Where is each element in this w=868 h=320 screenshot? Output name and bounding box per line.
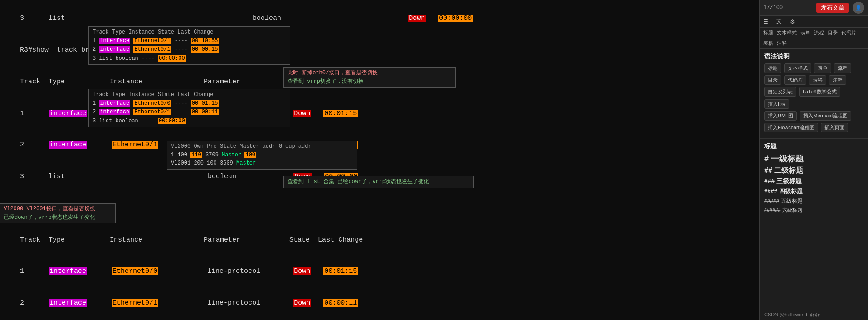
line-text: 1	[20, 110, 49, 117]
grammar-row-5: 插入Flowchart流程图 插入页面	[764, 123, 863, 132]
overlay-line: Vl2000 Own Pre State Master addr Group a…	[171, 142, 353, 151]
overlay-line: 3 list boolean ---- 00:00:00	[93, 117, 286, 126]
avatar: 👤	[853, 2, 864, 14]
line-text	[426, 15, 438, 22]
terminal-line: 2 interface Ethernet0/1 line-protocol Do…	[4, 287, 756, 319]
instance-badge: Ethernet0/0	[112, 267, 158, 275]
sidebar-toolbar-row-2: 标题 文本样式 表单 流程 目录 代码片 表格 注释	[760, 28, 868, 49]
sidebar: 17/100 发布文章 👤 ☰ 文 ⚙ 标题 文本样式 表单 流程 目录 代码片…	[759, 0, 868, 320]
overlay-line: 已经down了，vrrp状态也发生了变化	[4, 213, 112, 222]
overlay-track-brief-2: Track Type Instance State Last_Change 1 …	[88, 89, 290, 127]
line-text	[87, 299, 112, 307]
toolbar-item-title[interactable]: 标题	[763, 29, 773, 36]
grammar-btn-uml[interactable]: 插入UML图	[764, 111, 797, 121]
line-text: 1	[20, 267, 49, 275]
state-down-badge: Down	[408, 15, 426, 22]
grammar-btn-latex[interactable]: LaTeX数学公式	[799, 87, 840, 97]
line-text: Track Type Instance Parameter State Last…	[20, 236, 363, 244]
grammar-btn-note[interactable]: 注释	[829, 75, 846, 85]
toolbar-text-icon[interactable]: 文	[776, 18, 782, 25]
overlay-line: 1 interface Ethernet0/1 ---- 00:10:55	[93, 37, 286, 45]
grammar-btn-custom-list[interactable]: 自定义列表	[764, 87, 796, 97]
time-badge: 00:01:15	[323, 267, 358, 275]
line-text	[311, 299, 323, 307]
grammar-btn-title[interactable]: 标题	[764, 63, 781, 73]
terminal-area: 3 list boolean Down 00:00:00 R3#show tra…	[0, 0, 759, 320]
overlay-vrrp-brief: Vl2000 Own Pre State Master addr Group a…	[167, 141, 357, 170]
state-down-badge: Down	[293, 267, 311, 275]
toolbar-item-style[interactable]: 文本样式	[777, 29, 797, 36]
state-down-badge: Down	[293, 299, 311, 307]
type-badge: interface	[49, 110, 87, 117]
grammar-btn-style[interactable]: 文本样式	[784, 63, 811, 73]
overlay-line: 2 interface Ethernet0/1 ---- 00:00:15	[93, 45, 286, 54]
line-text: line-protocol	[158, 299, 293, 307]
grammar-row-3: 自定义列表 LaTeX数学公式 插入If表	[764, 87, 863, 109]
line-text: 2	[20, 299, 49, 307]
time-badge: 00:00:11	[323, 299, 358, 307]
grammar-btn-page[interactable]: 插入页面	[821, 123, 848, 132]
terminal-line: 1 interface Ethernet0/0 line-protocol Do…	[4, 256, 756, 287]
overlay-line: 此时 断掉eth0/接口，查看是否切换	[288, 69, 452, 78]
overlay-line: Vl2000 Vl2001接口，查看是否切换	[4, 205, 112, 213]
overlay-line: 1 interface Ethernet0/0 ---- 00:01:15	[93, 99, 286, 108]
grammar-row-2: 目录 代码片 表格 注释	[764, 75, 863, 85]
heading-6[interactable]: ###### 六级标题	[764, 207, 863, 213]
heading-3[interactable]: ### 三级标题	[764, 177, 863, 185]
toolbar-list-icon[interactable]: ☰	[763, 19, 768, 25]
toolbar-item-toc[interactable]: 目录	[828, 29, 838, 36]
overlay-line: 3 list boolean ---- 00:00:00	[93, 54, 286, 63]
type-badge: interface	[49, 299, 87, 307]
toolbar-settings-icon[interactable]: ⚙	[790, 19, 795, 25]
grammar-btn-insert-if[interactable]: 插入If表	[764, 99, 789, 109]
grammar-btn-flowchart[interactable]: 插入Flowchart流程图	[764, 123, 818, 132]
line-text	[311, 110, 323, 117]
toolbar-item-code[interactable]: 代码片	[841, 29, 856, 36]
grammar-btn-code[interactable]: 代码片	[784, 75, 806, 85]
sidebar-top-bar: 17/100 发布文章 👤	[760, 0, 868, 16]
line-text	[87, 267, 112, 275]
grammar-btn-form[interactable]: 表单	[814, 63, 831, 73]
csdn-label: CSDN	[764, 312, 780, 317]
instance-badge: Ethernet0/1	[112, 141, 158, 149]
toolbar-item-note[interactable]: 注释	[777, 40, 787, 47]
heading-5[interactable]: ##### 五级标题	[764, 197, 863, 205]
overlay-line: 查看到 vrrp切换了，没有切换	[288, 78, 452, 86]
grammar-btn-table[interactable]: 表格	[809, 75, 826, 85]
type-badge: interface	[49, 267, 87, 275]
type-badge: interface	[49, 141, 87, 149]
grammar-btn-mermaid[interactable]: 插入Mermaid流程图	[800, 111, 851, 121]
terminal-line: 2 interface Ethernet0/1 line-protocol Do…	[4, 129, 756, 161]
avatar-icon: 👤	[855, 5, 862, 11]
terminal-line: Track Type Instance Parameter State Last…	[4, 224, 756, 256]
overlay-line: Track Type Instance State Last_Change	[93, 91, 286, 99]
state-down-badge: Down	[293, 110, 311, 117]
time-badge: 00:01:15	[323, 110, 358, 117]
heading-4[interactable]: #### 四级标题	[764, 187, 863, 195]
toolbar-item-table[interactable]: 表格	[763, 40, 773, 47]
publish-button[interactable]: 发布文章	[816, 3, 849, 13]
username: @helloworld_@@	[780, 312, 820, 317]
line-text	[87, 141, 112, 149]
sidebar-toolbar-row: ☰ 文 ⚙	[760, 16, 868, 28]
grammar-row-1: 标题 文本样式 表单 流程	[764, 63, 863, 73]
heading-1[interactable]: # 一级标题	[764, 153, 863, 164]
grammar-title: 语法说明	[764, 53, 863, 61]
overlay-line: 2 interface Ethernet0/1 ---- 00:00:11	[93, 108, 286, 116]
heading-2[interactable]: ## 二级标题	[764, 166, 863, 175]
headings-section: 标题 # 一级标题 ## 二级标题 ### 三级标题 #### 四级标题 ###…	[760, 139, 868, 218]
overlay-annotation-2: 查看到 list 合集 已经down了，vrrp状态也发生了变化	[283, 176, 474, 188]
line-text: 2	[20, 141, 49, 149]
toolbar-item-form[interactable]: 表单	[800, 29, 810, 36]
overlay-line: Vl2001 200 100 3609 Master	[171, 159, 353, 168]
page-count: 17/100	[763, 5, 783, 11]
overlay-line: 查看到 list 合集 已经down了，vrrp状态也发生了变化	[288, 178, 470, 186]
toolbar-item-flow[interactable]: 流程	[814, 29, 824, 36]
grammar-btn-flow[interactable]: 流程	[834, 63, 851, 73]
username-area: CSDN @helloworld_@@	[760, 309, 868, 320]
line-text: 3 list boolean	[20, 173, 293, 180]
overlay-line: 1 100 110 3709 Master 100	[171, 151, 353, 160]
overlay-line: Track Type Instance State Last_Change	[93, 28, 286, 37]
headings-title: 标题	[764, 142, 863, 150]
grammar-btn-toc[interactable]: 目录	[764, 75, 781, 85]
